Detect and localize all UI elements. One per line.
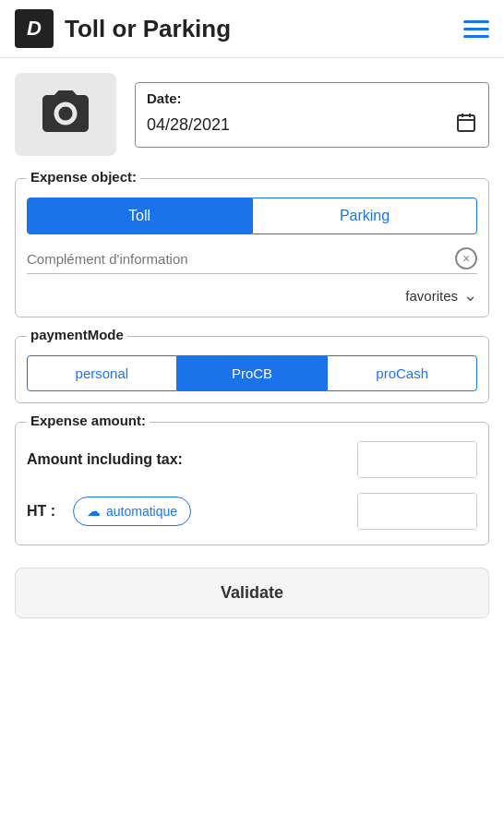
expense-object-label: Expense object: <box>27 169 140 185</box>
personal-button[interactable]: personal <box>27 355 177 391</box>
amount-including-tax-input-box: € <box>357 441 477 478</box>
amount-including-tax-label: Amount including tax: <box>27 451 357 468</box>
procash-button[interactable]: proCash <box>327 355 477 391</box>
expense-amount-label: Expense amount: <box>27 413 150 428</box>
ht-input[interactable] <box>358 494 477 529</box>
chevron-down-icon: ⌄ <box>463 285 477 305</box>
date-container: Date: 04/28/2021 <box>135 82 489 148</box>
expense-object-toggle-row: Toll Parking <box>27 198 477 234</box>
date-row: 04/28/2021 <box>147 112 477 139</box>
date-value: 04/28/2021 <box>147 115 230 135</box>
camera-svg <box>38 86 93 141</box>
info-input[interactable] <box>27 251 455 267</box>
amount-including-tax-row: Amount including tax: € <box>27 441 477 478</box>
procb-button[interactable]: ProCB <box>177 355 328 391</box>
auto-button-label: automatique <box>106 504 177 519</box>
camera-icon <box>38 86 93 144</box>
validate-button[interactable]: Validate <box>15 568 489 618</box>
logo-icon: D <box>27 17 42 41</box>
ht-label: HT : <box>27 503 64 520</box>
expense-amount-section: Expense amount: Amount including tax: € … <box>15 422 489 545</box>
toll-button[interactable]: Toll <box>27 198 252 234</box>
hamburger-line-1 <box>463 20 489 23</box>
clear-icon[interactable]: × <box>455 247 477 269</box>
cloud-icon: ☁ <box>87 503 101 520</box>
favorites-label: favorites <box>405 288 458 304</box>
logo-box: D <box>15 9 54 48</box>
expense-object-section: Expense object: Toll Parking × favorites… <box>15 178 489 317</box>
header: D Toll or Parking <box>0 0 504 58</box>
auto-button[interactable]: ☁ automatique <box>73 497 191 526</box>
menu-button[interactable] <box>463 20 489 38</box>
content: Date: 04/28/2021 Expense object: Toll Pa… <box>0 58 504 633</box>
date-label: Date: <box>147 90 477 106</box>
photo-date-row: Date: 04/28/2021 <box>15 73 489 156</box>
amount-including-tax-input[interactable] <box>358 442 477 477</box>
svg-rect-0 <box>458 115 474 131</box>
page-title: Toll or Parking <box>65 15 231 43</box>
hamburger-line-2 <box>463 28 489 30</box>
info-input-row: × <box>27 247 477 274</box>
ht-input-box: € <box>357 493 477 530</box>
payment-mode-label: paymentMode <box>27 327 127 342</box>
ht-row: HT : ☁ automatique € <box>27 493 477 530</box>
payment-mode-section: paymentMode personal ProCB proCash <box>15 336 489 403</box>
parking-button[interactable]: Parking <box>252 198 477 234</box>
hamburger-line-3 <box>463 35 489 38</box>
calendar-icon[interactable] <box>455 112 477 139</box>
header-left: D Toll or Parking <box>15 9 231 48</box>
payment-toggle-row: personal ProCB proCash <box>27 355 477 391</box>
camera-button[interactable] <box>15 73 116 156</box>
favorites-row[interactable]: favorites ⌄ <box>27 285 477 305</box>
clear-x: × <box>462 251 470 266</box>
